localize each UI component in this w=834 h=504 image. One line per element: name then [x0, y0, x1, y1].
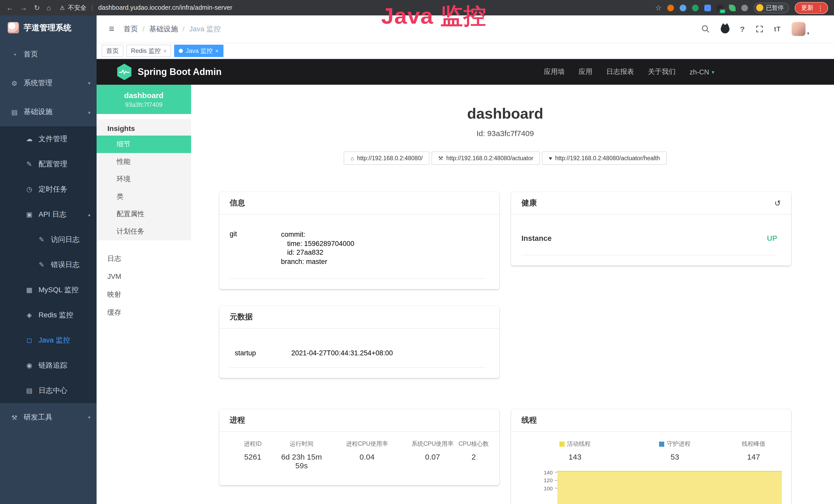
profile-chip[interactable]: 已暂停 — [753, 2, 789, 13]
sba-menu-scheduled-tasks[interactable]: 计划任务 — [96, 223, 191, 240]
sba-menu-logs[interactable]: 日志 — [96, 250, 191, 268]
font-size-icon[interactable]: tT — [774, 25, 781, 33]
address-bar[interactable]: ⚠ 不安全 dashboard.yudao.iocoder.cn/infra/a… — [60, 3, 232, 12]
sba-nav-applications[interactable]: 应用 — [578, 67, 592, 76]
sba-locale-select[interactable]: zh-CN ▾ — [689, 68, 714, 76]
extension-icon-1[interactable] — [667, 4, 674, 11]
heart-icon: ♥ — [549, 155, 552, 161]
stat-label: 系统CPU使用率 — [407, 440, 458, 448]
sidebar-item-infra[interactable]: ▤ 基础设施 ▴ — [0, 97, 96, 126]
sidebar-item-trace[interactable]: ◉ 链路追踪 — [0, 353, 96, 378]
avatar[interactable] — [792, 22, 806, 36]
update-button[interactable]: 更新 ⋮ — [794, 2, 828, 14]
stat-label-text: 线程峰值 — [742, 440, 765, 448]
sidebar-item-label: 基础设施 — [24, 107, 52, 117]
health-url-button[interactable]: ♥ http://192.168.0.2:48080/actuator/heal… — [542, 152, 666, 165]
extension-icon-4[interactable] — [704, 4, 711, 11]
search-icon[interactable] — [701, 25, 710, 33]
sba-logo-icon[interactable] — [117, 64, 132, 80]
sba-brand-title[interactable]: Spring Boot Admin — [138, 67, 222, 77]
sidebar-item-redis[interactable]: ◈ Redis 监控 — [0, 302, 96, 328]
axis-tick: 140 — [521, 468, 557, 476]
git-branch-line: branch: master — [281, 257, 354, 266]
sidebar-item-config[interactable]: ✎ 配置管理 — [0, 152, 96, 177]
sidebar-item-label: Java 监控 — [39, 336, 70, 345]
instance-name: dashboard — [124, 91, 163, 99]
sidebar-item-label: 访问日志 — [51, 235, 80, 244]
sba-menu-environment[interactable]: 环境 — [96, 170, 191, 188]
hamburger-icon[interactable]: ≡ — [109, 24, 114, 35]
close-icon[interactable]: × — [163, 48, 167, 54]
history-icon[interactable]: ↺ — [774, 199, 781, 208]
service-url-button[interactable]: ⌂ http://192.168.0.2:48080/ — [344, 152, 430, 165]
extension-icon-2[interactable] — [680, 4, 686, 11]
extension-icon-7[interactable] — [741, 4, 748, 11]
database-icon: ▦ — [25, 286, 34, 294]
forward-icon[interactable]: → — [20, 4, 27, 11]
stat-value: 2 — [458, 452, 489, 461]
instance-id: 93a3fc7f7409 — [125, 101, 162, 108]
sba-menu-classes[interactable]: 类 — [96, 188, 191, 205]
sba-menu-config-props[interactable]: 配置属性 — [96, 205, 191, 223]
browser-home-icon[interactable]: ⌂ — [46, 4, 51, 11]
profile-paused-label: 已暂停 — [766, 4, 784, 12]
github-icon[interactable] — [721, 25, 729, 33]
url-text[interactable]: dashboard.yudao.iocoder.cn/infra/admin-s… — [98, 4, 233, 11]
stat-daemon-threads: 守护进程 53 — [629, 440, 721, 461]
sidebar-item-java[interactable]: ◻ Java 监控 — [0, 328, 96, 353]
bookmark-star-icon[interactable]: ☆ — [655, 4, 662, 11]
legend-square-yellow-icon — [559, 441, 565, 446]
info-value: commit: time: 1596289704000 id: 27aa832 … — [281, 230, 354, 266]
java-monitor-icon: ◻ — [25, 336, 34, 344]
sidebar-item-api-log[interactable]: ▣ API 日志 ▴ — [0, 202, 96, 227]
back-icon[interactable]: ← — [6, 4, 13, 11]
chevron-up-icon: ▴ — [88, 212, 90, 217]
sba-menu-details[interactable]: 细节 — [96, 136, 191, 153]
sidebar-item-system[interactable]: ⚙ 系统管理 ▾ — [0, 69, 96, 97]
browser-menu-icon[interactable]: ⋮ — [817, 4, 824, 12]
sba-content: dashboard Id: 93a3fc7f7409 ⌂ http://192.… — [191, 85, 834, 504]
sba-instance-header[interactable]: dashboard 93a3fc7f7409 — [96, 85, 191, 114]
sidebar-item-access-log[interactable]: ✎ 访问日志 — [0, 227, 96, 252]
sidebar-item-file[interactable]: ☁ 文件管理 — [0, 126, 96, 152]
sidebar-item-devtool[interactable]: ⚒ 研发工具 ▾ — [0, 403, 96, 432]
reload-icon[interactable]: ↻ — [34, 4, 40, 11]
metadata-value: 2021-04-27T00:44:31.254+08:00 — [291, 349, 393, 357]
stat-value: 147 — [721, 452, 786, 461]
sba-menu-mappings[interactable]: 映射 — [96, 285, 191, 303]
actuator-url-button[interactable]: ⚒ http://192.168.0.2:48080/actuator — [432, 152, 540, 165]
tab-home[interactable]: 首页 — [102, 45, 123, 57]
fullscreen-icon[interactable] — [755, 25, 763, 33]
sba-nav-wallboard[interactable]: 应用墙 — [544, 67, 565, 76]
user-menu[interactable]: ▾ — [792, 22, 809, 36]
annotation-java-monitor: Java 监控 — [381, 1, 486, 31]
breadcrumb-home[interactable]: 首页 — [124, 24, 149, 33]
sideb-item-log-center[interactable]: ▤ 日志中心 — [0, 378, 96, 403]
breadcrumb-infra[interactable]: 基础设施 — [149, 24, 189, 33]
sidebar-item-job[interactable]: ◷ 定时任务 — [0, 177, 96, 202]
tab-redis-monitor[interactable]: Redis 监控 × — [126, 45, 171, 57]
extension-icon-6[interactable] — [729, 4, 736, 11]
help-icon[interactable]: ? — [740, 25, 745, 33]
health-status-badge: UP — [767, 234, 777, 243]
instance-title-block: dashboard Id: 93a3fc7f7409 ⌂ http://192.… — [219, 104, 791, 165]
extension-icon-5[interactable]: on — [717, 4, 723, 11]
sidebar-item-mysql[interactable]: ▦ MySQL 监控 — [0, 277, 96, 302]
axis-tick: 120 — [521, 476, 557, 484]
sba-nav-about[interactable]: 关于我们 — [648, 67, 676, 76]
sidebar-item-label: 错误日志 — [51, 260, 80, 269]
sidebar-item-label: 定时任务 — [39, 185, 67, 194]
tab-java-monitor[interactable]: Java 监控 × — [174, 45, 223, 57]
stat-process-cpu: 进程CPU使用率 0.04 — [327, 440, 407, 470]
sba-nav-journal[interactable]: 日志报表 — [606, 67, 634, 76]
app-logo[interactable]: 芋道管理系统 — [0, 16, 96, 40]
sba-menu-performance[interactable]: 性能 — [96, 153, 191, 170]
close-icon[interactable]: × — [215, 48, 219, 54]
sba-menu-jvm[interactable]: JVM — [96, 268, 191, 285]
sidebar-item-error-log[interactable]: ✎ 错误日志 — [0, 252, 96, 277]
extension-icon-3[interactable] — [692, 4, 699, 11]
sidebar-item-label: MySQL 监控 — [39, 285, 79, 295]
sidebar-item-home[interactable]: ◔ 首页 — [0, 40, 96, 69]
stat-peak-threads: 线程峰值 147 — [721, 440, 786, 461]
sba-menu-caches[interactable]: 缓存 — [96, 303, 191, 321]
